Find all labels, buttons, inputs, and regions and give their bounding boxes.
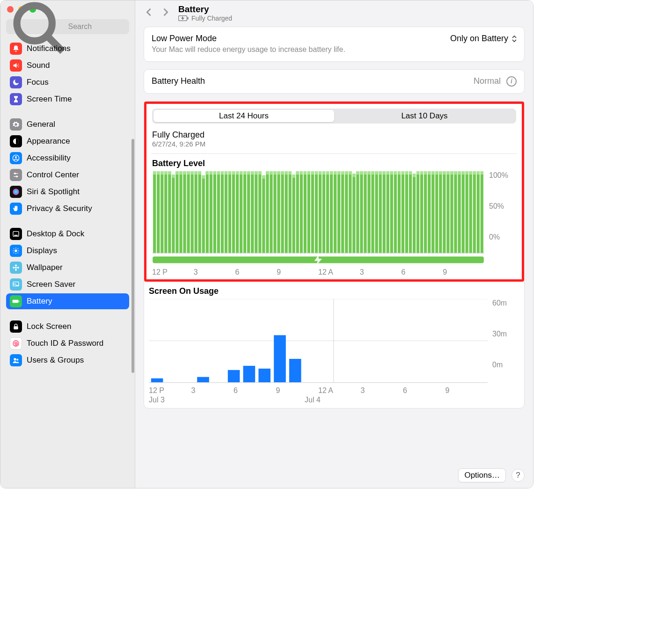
sidebar-item-screen-saver[interactable]: Screen Saver bbox=[6, 277, 129, 292]
svg-rect-98 bbox=[270, 171, 272, 253]
fully-charged-title: Fully Charged bbox=[152, 130, 516, 140]
nav-back-button[interactable] bbox=[144, 7, 154, 19]
svg-rect-147 bbox=[360, 171, 363, 175]
nav-forward-button[interactable] bbox=[161, 7, 171, 19]
sidebar-item-siri-spotlight[interactable]: Siri & Spotlight bbox=[6, 184, 129, 200]
svg-rect-53 bbox=[183, 171, 186, 175]
svg-rect-66 bbox=[210, 171, 212, 253]
svg-rect-129 bbox=[326, 171, 329, 175]
svg-rect-113 bbox=[296, 171, 299, 175]
svg-rect-205 bbox=[469, 171, 472, 175]
help-button[interactable]: ? bbox=[511, 469, 525, 482]
svg-rect-101 bbox=[273, 171, 276, 175]
sidebar-item-battery[interactable]: Battery bbox=[6, 293, 129, 309]
svg-rect-47 bbox=[172, 175, 175, 178]
fully-charged-timestamp: 6/27/24, 9:26 PM bbox=[152, 140, 516, 148]
svg-point-12 bbox=[15, 249, 17, 252]
low-power-mode-select[interactable]: Only on Battery bbox=[450, 34, 517, 44]
sidebar-item-label: Displays bbox=[27, 246, 57, 255]
siri-icon bbox=[10, 186, 22, 198]
sidebar-item-screen-time[interactable]: Screen Time bbox=[6, 91, 129, 107]
sidebar-item-accessibility[interactable]: Accessibility bbox=[6, 150, 129, 166]
svg-rect-87 bbox=[247, 171, 250, 175]
svg-rect-11 bbox=[14, 235, 18, 236]
svg-rect-85 bbox=[243, 171, 246, 175]
svg-marker-35 bbox=[181, 16, 184, 21]
svg-rect-139 bbox=[345, 171, 348, 175]
tab-last-10-days[interactable]: Last 10 Days bbox=[334, 110, 515, 122]
svg-rect-100 bbox=[273, 171, 276, 253]
svg-rect-132 bbox=[334, 171, 336, 253]
svg-rect-82 bbox=[240, 171, 242, 253]
tab-last-24-hours[interactable]: Last 24 Hours bbox=[153, 110, 334, 122]
svg-rect-207 bbox=[473, 171, 476, 175]
options-button[interactable]: Options… bbox=[458, 468, 506, 482]
sidebar-item-label: Lock Screen bbox=[27, 322, 72, 331]
sidebar-item-sound[interactable]: Sound bbox=[6, 58, 129, 73]
time-range-segmented: Last 24 Hours Last 10 Days bbox=[152, 109, 516, 124]
svg-rect-49 bbox=[175, 171, 178, 175]
svg-rect-225 bbox=[289, 359, 301, 383]
svg-rect-99 bbox=[270, 171, 272, 175]
sidebar-item-users-groups[interactable]: Users & Groups bbox=[6, 352, 129, 368]
moon-icon bbox=[10, 76, 22, 88]
svg-rect-166 bbox=[398, 171, 401, 253]
svg-rect-119 bbox=[307, 171, 310, 175]
sidebar-item-label: Focus bbox=[27, 78, 49, 87]
svg-rect-105 bbox=[281, 171, 284, 175]
sidebar-item-touch-id-password[interactable]: Touch ID & Password bbox=[6, 335, 129, 351]
svg-rect-140 bbox=[349, 171, 351, 253]
svg-rect-77 bbox=[228, 171, 231, 175]
low-power-mode-value: Only on Battery bbox=[450, 34, 508, 44]
svg-rect-58 bbox=[195, 171, 197, 253]
svg-rect-180 bbox=[424, 171, 427, 253]
search-input[interactable] bbox=[68, 22, 125, 31]
svg-rect-204 bbox=[469, 171, 472, 253]
sidebar-item-label: Screen Saver bbox=[27, 280, 75, 289]
svg-rect-83 bbox=[240, 171, 242, 175]
svg-rect-50 bbox=[179, 171, 182, 253]
svg-rect-62 bbox=[202, 175, 205, 253]
sidebar-scrollbar[interactable] bbox=[131, 139, 134, 373]
svg-rect-114 bbox=[300, 171, 303, 253]
svg-rect-223 bbox=[258, 369, 270, 383]
sidebar-item-general[interactable]: General bbox=[6, 117, 129, 132]
usage-charts-panel: Last 24 Hours Last 10 Days Fully Charged… bbox=[144, 101, 525, 408]
svg-rect-46 bbox=[172, 175, 175, 253]
sidebar-item-appearance[interactable]: Appearance bbox=[6, 133, 129, 149]
person-icon bbox=[10, 152, 22, 164]
svg-rect-130 bbox=[330, 171, 333, 253]
search-field[interactable] bbox=[6, 19, 129, 34]
sidebar-item-control-center[interactable]: Control Center bbox=[6, 167, 129, 183]
svg-point-31 bbox=[14, 358, 16, 360]
svg-rect-68 bbox=[213, 171, 216, 253]
svg-point-6 bbox=[15, 173, 16, 174]
svg-rect-159 bbox=[383, 171, 386, 175]
svg-rect-65 bbox=[206, 171, 209, 175]
svg-rect-208 bbox=[477, 171, 480, 253]
svg-rect-203 bbox=[465, 171, 468, 175]
svg-rect-185 bbox=[431, 171, 434, 175]
svg-point-9 bbox=[13, 189, 19, 195]
sidebar-item-lock-screen[interactable]: Lock Screen bbox=[6, 319, 129, 335]
svg-rect-196 bbox=[454, 171, 457, 253]
sidebar-item-focus[interactable]: Focus bbox=[6, 74, 129, 90]
info-icon[interactable]: i bbox=[506, 76, 517, 87]
sidebar-item-displays[interactable]: Displays bbox=[6, 243, 129, 259]
sidebar-item-desktop-dock[interactable]: Desktop & Dock bbox=[6, 226, 129, 242]
svg-rect-186 bbox=[435, 171, 438, 253]
svg-rect-103 bbox=[277, 171, 280, 175]
sidebar-item-notifications[interactable]: Notifications bbox=[6, 41, 129, 57]
svg-rect-97 bbox=[266, 171, 269, 175]
sidebar-item-privacy-security[interactable]: Privacy & Security bbox=[6, 201, 129, 217]
svg-rect-175 bbox=[413, 174, 416, 177]
svg-rect-202 bbox=[465, 171, 468, 253]
svg-rect-45 bbox=[168, 171, 171, 175]
battery-health-panel[interactable]: Battery Health Normal i bbox=[144, 69, 525, 94]
svg-rect-135 bbox=[337, 171, 340, 175]
sidebar-item-wallpaper[interactable]: Wallpaper bbox=[6, 260, 129, 276]
svg-line-17 bbox=[14, 248, 14, 249]
svg-rect-54 bbox=[187, 171, 190, 253]
sidebar-item-label: Wallpaper bbox=[27, 263, 63, 272]
svg-rect-72 bbox=[221, 171, 224, 253]
